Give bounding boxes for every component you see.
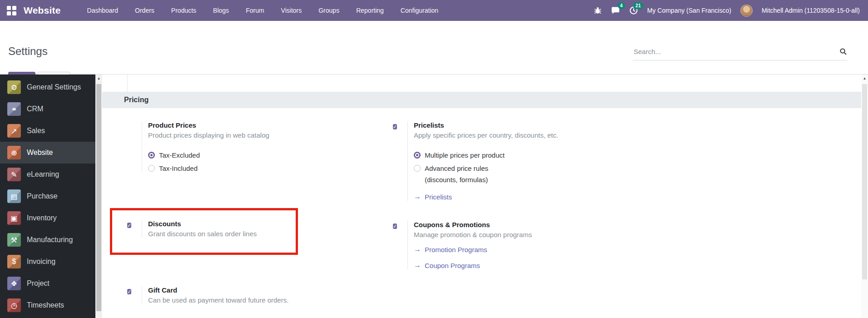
scrollbar-thumb[interactable] [96,84,101,311]
sales-chart-icon: ↗ [7,124,21,138]
sidebar-item-label: Sales [27,127,45,135]
pricelists-checkbox-checked[interactable]: ✓ [393,124,397,129]
company-switcher[interactable]: My Company (San Francisco) [647,7,731,14]
sidebar-scrollbar[interactable]: ▲ [95,75,102,318]
sidebar-item-label: Timesheets [27,301,64,309]
nav-item-products[interactable]: Products [171,7,196,14]
sidebar-item-website[interactable]: ⊕Website [0,142,95,164]
messages-icon[interactable]: 4 [611,6,620,15]
scrollbar-thumb[interactable] [862,84,867,279]
product-prices-title: Product Prices [148,121,269,129]
arrow-right-icon: → [414,245,421,253]
invoicing-dollar-icon: $ [7,255,21,268]
discounts-checkbox-checked[interactable]: ✓ [127,223,131,228]
search-icon[interactable] [839,48,847,55]
sidebar-item-project[interactable]: ❖Project [0,273,95,294]
radio-unselected-icon[interactable] [414,165,421,172]
sidebar-item-sales[interactable]: ↗Sales [0,120,95,142]
sidebar-item-general-settings[interactable]: ⚙General Settings [0,76,95,98]
advanced-rules-note: (discounts, formulas) [425,176,558,184]
elearning-presentation-icon: ✎ [7,168,21,181]
discounts-desc: Grant discounts on sales order lines [148,230,257,238]
activities-clock-icon[interactable]: 21 [629,6,638,15]
user-avatar[interactable] [740,5,753,17]
pricelists-title: Pricelists [414,121,558,129]
sidebar-item-manufacturing[interactable]: ⚒Manufacturing [0,229,95,251]
sidebar-item-label: eLearning [27,170,59,179]
radio-tax-excluded[interactable]: Tax-Excluded [148,151,269,159]
setting-gift-card: ✓ Gift Card Can be used as payment towar… [127,286,363,304]
radio-label: Tax-Excluded [159,151,200,159]
nav-item-reporting[interactable]: Reporting [356,7,384,14]
radio-tax-included[interactable]: Tax-Included [148,164,269,172]
section-divider-remnant [127,75,128,92]
sidebar-item-purchase[interactable]: ▤Purchase [0,185,95,207]
coupons-title: Coupons & Promotions [414,221,532,229]
link-label: Pricelists [425,193,452,201]
sidebar-item-label: Website [27,149,53,157]
radio-label: Advanced price rules [425,164,488,172]
product-prices-desc: Product prices displaying in web catalog [148,131,269,139]
link-label: Promotion Programs [425,246,487,253]
scroll-up-icon[interactable]: ▲ [861,75,868,82]
purchase-card-icon: ▤ [7,189,21,203]
control-panel: Settings Save Discard Unsaved changes [0,21,868,75]
gift-card-desc: Can be used as payment toward future ord… [148,296,288,304]
settings-sidebar: ⚙General Settings⚭CRM↗Sales⊕Website✎eLea… [0,75,95,318]
nav-item-visitors[interactable]: Visitors [281,7,302,14]
app-brand[interactable]: Website [24,5,61,16]
radio-selected-icon[interactable] [148,152,155,159]
gift-card-checkbox-checked[interactable]: ✓ [127,289,131,294]
link-label: Coupon Programs [425,262,480,269]
radio-multiple-prices[interactable]: Multiple prices per product [414,151,558,159]
nav-item-forum[interactable]: Forum [246,7,264,14]
arrow-right-icon: → [414,193,421,201]
pricing-section-header: Pricing [102,92,861,108]
promotion-programs-link[interactable]: → Promotion Programs [414,245,532,253]
radio-advanced-price-rules[interactable]: Advanced price rules [414,164,558,172]
discounts-title: Discounts [148,220,257,228]
nav-item-orders[interactable]: Orders [135,7,154,14]
settings-content: Pricing Product Prices Product prices di… [102,75,861,318]
timesheets-stopwatch-icon: ◷ [7,298,21,312]
sidebar-item-timesheets[interactable]: ◷Timesheets [0,294,95,316]
setting-coupons-promotions: ✓ Coupons & Promotions Manage promotion … [393,221,647,269]
page-title: Settings [8,45,48,58]
coupons-checkbox-checked[interactable]: ✓ [393,224,397,229]
search-bar [633,47,847,60]
sidebar-item-invoicing[interactable]: $Invoicing [0,251,95,273]
radio-selected-icon[interactable] [414,152,421,159]
radio-label: Multiple prices per product [425,151,505,159]
setting-discounts: ✓ Discounts Grant discounts on sales ord… [127,220,300,238]
sidebar-item-crm[interactable]: ⚭CRM [0,98,95,120]
sidebar-item-label: Invoicing [27,258,55,266]
radio-unselected-icon[interactable] [148,165,155,172]
nav-item-groups[interactable]: Groups [318,7,339,14]
sidebar-item-elearning[interactable]: ✎eLearning [0,164,95,185]
arrow-right-icon: → [414,261,421,269]
odoo-settings-page: Website DashboardOrdersProductsBlogsForu… [0,0,868,318]
coupon-programs-link[interactable]: → Coupon Programs [414,261,532,269]
apps-menu-icon[interactable] [7,6,16,15]
nav-item-blogs[interactable]: Blogs [213,7,229,14]
settings-gear-icon: ⚙ [7,80,21,94]
sidebar-item-inventory[interactable]: ▣Inventory [0,207,95,229]
sidebar-item-label: General Settings [27,83,81,91]
gift-card-title: Gift Card [148,286,288,294]
debug-bug-icon[interactable] [594,6,602,15]
messages-badge: 4 [618,2,625,9]
sidebar-menu: ⚙General Settings⚭CRM↗Sales⊕Website✎eLea… [0,76,95,316]
user-menu[interactable]: Mitchell Admin (11203508-15-0-all) [762,7,860,14]
content-scrollbar[interactable]: ▲ [861,75,868,318]
sidebar-item-label: Project [27,279,50,288]
search-input[interactable] [633,47,839,56]
scroll-up-icon[interactable]: ▲ [95,75,102,82]
top-navbar: Website DashboardOrdersProductsBlogsForu… [0,0,868,21]
sidebar-item-label: Purchase [27,192,58,200]
nav-item-configuration[interactable]: Configuration [401,7,438,14]
coupons-desc: Manage promotion & coupon programs [414,231,532,238]
pricelists-link[interactable]: → Pricelists [414,193,558,201]
nav-item-dashboard[interactable]: Dashboard [87,7,119,14]
setting-pricelists: ✓ Pricelists Apply specific prices per c… [393,121,647,201]
activities-badge: 21 [633,2,643,9]
